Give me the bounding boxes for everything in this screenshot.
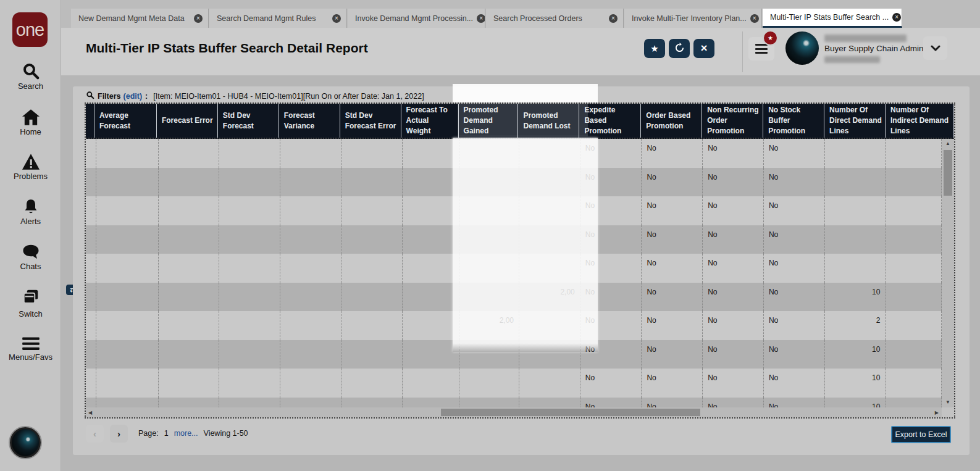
sidebar-user-avatar[interactable] [10,427,41,458]
tab-label: Invoke Demand Mgmt Processin... [355,14,473,23]
table-cell-order_based_promotion: No [642,398,703,408]
tab-close-icon[interactable]: × [477,14,485,23]
column-header-std_dev_forecast[interactable]: Std Dev Forecast [218,104,279,138]
sidebar-item-problems[interactable]: Problems [0,153,61,181]
column-header-number_of_indirect_demand_lines[interactable]: Number Of Indirect Demand Lines [886,104,954,138]
table-row[interactable]: 2,00NoNoNoNo10 [86,283,942,312]
table-cell-std_dev_forecast [219,225,280,254]
column-header-order_based_promotion[interactable]: Order Based Promotion [641,104,702,138]
sidebar-item-label: Switch [0,309,61,319]
sidebar-item-menus-favs[interactable]: Menus/Favs [0,336,61,362]
table-cell-promoted_demand_lost [519,254,580,283]
row-selector-cell [86,311,96,340]
tab-multi-tier-ip-stats-buffer-search[interactable]: Multi-Tier IP Stats Buffer Search ... × [763,9,902,28]
table-body: NoNoNoNoNoNoNoNoNoNoNoNoNoNoNoNoNoNoNoNo… [86,139,942,407]
column-header-promoted_demand_lost[interactable]: Promoted Demand Lost [518,104,579,138]
table-cell-no_stock_buffer_promotion: No [764,225,825,254]
user-menu-dropdown-button[interactable] [923,36,947,60]
table-row[interactable]: NoNoNoNo [86,254,942,283]
table-cell-forecast_error [159,398,220,408]
page-header: Multi-Tier IP Stats Buffer Search Detail… [61,28,980,76]
scrollbar-corner [942,407,954,417]
tab-close-icon[interactable]: × [332,14,341,23]
previous-page-button[interactable]: ‹ [86,425,104,443]
table-cell-std_dev_forecast [219,196,280,225]
tab-bar: New Demand Mgmt Meta Data × Search Deman… [61,0,980,28]
vertical-scrollbar[interactable]: ▲ ▼ [942,139,954,407]
sidebar-item-home[interactable]: Home [0,109,61,136]
one-network-logo[interactable]: one [12,12,48,47]
table-row[interactable]: NoNoNoNo [86,168,942,197]
tab-search-processed-orders[interactable]: Search Processed Orders × [486,9,624,28]
table-cell-std_dev_forecast_error [341,196,403,225]
filters-label: Filters [98,92,121,101]
tab-search-demand-mgmt-rules[interactable]: Search Demand Mgmt Rules × [209,9,347,28]
table-cell-forecast_to_actual_weight [403,398,460,408]
page-title: Multi-Tier IP Stats Buffer Search Detail… [86,41,368,56]
table-row[interactable]: NoNoNoNo10 [86,369,942,398]
refresh-button[interactable] [669,39,690,58]
page-number[interactable]: 1 [164,429,169,438]
row-selector-column-header[interactable] [86,104,94,138]
filters-edit-link[interactable]: (edit) [124,92,143,101]
sidebar-item-switch[interactable]: ⇄ Switch [0,288,61,319]
column-header-forecast_variance[interactable]: Forecast Variance [279,104,340,138]
vertical-scrollbar-thumb[interactable] [944,150,952,196]
table-cell-order_based_promotion: No [642,311,703,340]
table-cell-no_stock_buffer_promotion: No [764,254,825,283]
favorite-button[interactable]: ★ [644,39,665,58]
table-cell-forecast_to_actual_weight [403,340,460,369]
close-report-button[interactable]: × [693,39,714,58]
column-header-number_of_direct_demand_lines[interactable]: Number Of Direct Demand Lines [824,104,886,138]
table-row[interactable]: 2,00NoNoNoNo2 [86,311,942,340]
column-header-average_forecast[interactable]: Average Forecast [94,104,157,138]
column-header-promoted_demand_gained[interactable]: Promoted Demand Gained [459,104,519,138]
column-header-std_dev_forecast_error[interactable]: Std Dev Forecast Error [340,104,401,138]
search-icon [0,62,61,80]
scroll-up-icon[interactable]: ▲ [945,141,950,147]
table-cell-number_of_indirect_demand_lines [886,369,942,398]
horizontal-scrollbar[interactable]: ◀ ▶ [86,407,942,417]
column-header-forecast_error[interactable]: Forecast Error [157,104,218,138]
sidebar-item-chats[interactable]: Chats [0,243,61,271]
table-cell-order_based_promotion: No [642,139,703,168]
column-header-forecast_to_actual_weight[interactable]: Forecast To Actual Weight [401,104,459,138]
tab-new-demand-mgmt-meta-data[interactable]: New Demand Mgmt Meta Data × [71,9,209,28]
scroll-right-icon[interactable]: ▶ [935,410,939,416]
horizontal-scrollbar-thumb[interactable] [441,409,700,416]
tab-close-icon[interactable]: × [609,14,618,23]
table-cell-order_based_promotion: No [642,225,703,254]
table-row[interactable]: NoNoNoNo [86,196,942,225]
table-cell-forecast_variance [280,225,341,254]
table-row[interactable]: NoNoNoNo10 [86,398,942,408]
tab-close-icon[interactable]: × [892,13,901,22]
tab-close-icon[interactable]: × [750,14,759,23]
row-selector-cell [86,196,96,225]
scroll-left-icon[interactable]: ◀ [88,410,92,416]
table-cell-average_forecast [96,168,159,197]
tab-label: Search Demand Mgmt Rules [217,14,316,23]
tab-invoke-demand-mgmt-processing[interactable]: Invoke Demand Mgmt Processin... × [348,9,485,28]
table-cell-expedite_based_promotion: No [580,340,642,369]
table-row[interactable]: NoNoNoNo10 [86,340,942,369]
column-header-no_stock_buffer_promotion[interactable]: No Stock Buffer Promotion [763,104,824,138]
export-to-excel-button[interactable]: Export to Excel [891,426,951,443]
sidebar-item-alerts[interactable]: Alerts [0,198,61,226]
next-page-button[interactable]: › [110,425,128,443]
scroll-down-icon[interactable]: ▼ [945,399,950,406]
table-cell-promoted_demand_lost [519,311,580,340]
row-selector-cell [86,398,96,408]
column-header-non_recurring_order_promotion[interactable]: Non Recurring Order Promotion [702,104,763,138]
tab-close-icon[interactable]: × [194,14,203,23]
user-avatar[interactable] [785,31,819,65]
user-name-redacted [824,35,907,42]
table-cell-average_forecast [96,340,159,369]
table-row[interactable]: NoNoNoNo [86,225,942,254]
sidebar-item-label: Chats [0,262,61,271]
more-pages-link[interactable]: more... [174,429,198,438]
table-row[interactable]: NoNoNoNo [86,139,942,168]
sidebar-item-search[interactable]: Search [0,62,61,91]
filters-bar: Filters (edit) : [Item: MEIO-Item01 - HU… [86,91,424,101]
column-header-expedite_based_promotion[interactable]: Expedite Based Promotion [579,104,641,138]
tab-invoke-multi-tier-inventory-plan[interactable]: Invoke Multi-Tier Inventory Plan... × [624,9,762,28]
